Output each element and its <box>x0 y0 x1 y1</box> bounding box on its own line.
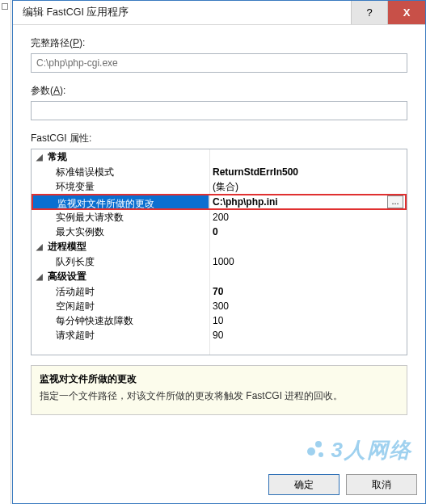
group-title: 常规 <box>48 150 67 164</box>
grid-row[interactable]: 标准错误模式 ReturnStdErrIn500 <box>32 165 407 179</box>
group-header-process[interactable]: ◢ 进程模型 <box>32 239 407 254</box>
prop-value[interactable]: 10 <box>209 313 407 328</box>
prop-value[interactable]: 0 <box>209 225 407 239</box>
collapse-icon[interactable]: ◢ <box>35 242 44 251</box>
column-divider <box>209 149 210 355</box>
prop-value[interactable]: 70 <box>209 284 407 299</box>
watermark-text: 3人网络 <box>331 436 412 464</box>
grid-row[interactable]: 每分钟快速故障数 10 <box>32 313 407 328</box>
parent-window-edge <box>0 0 11 504</box>
prop-value[interactable]: 1000 <box>209 254 407 269</box>
dialog-window: 编辑 FastCGI 应用程序 ? X 完整路径(P): 参数(A): Fast… <box>12 0 426 504</box>
collapse-icon[interactable]: ◢ <box>35 153 44 162</box>
grid-row-selected[interactable]: 监视对文件所做的更改 C:\php\php.ini ... <box>32 194 407 210</box>
properties-label: FastCGI 属性: <box>31 132 407 145</box>
prop-value-selected[interactable]: C:\php\php.ini <box>209 194 387 210</box>
label-text: ): <box>60 85 65 96</box>
grid-row[interactable]: 实例最大请求数 200 <box>32 210 407 225</box>
grid-row[interactable]: 最大实例数 0 <box>32 225 407 239</box>
dialog-buttons: 确定 取消 <box>268 474 417 495</box>
properties-grid[interactable]: ◢ 常规 标准错误模式 ReturnStdErrIn500 环境变量 (集合) … <box>31 149 407 355</box>
label-accel: A <box>53 85 60 96</box>
dialog-content: 完整路径(P): 参数(A): FastCGI 属性: ◢ 常规 标准错误模式 … <box>13 25 425 423</box>
cancel-button[interactable]: 取消 <box>346 474 417 495</box>
full-path-label: 完整路径(P): <box>31 36 407 50</box>
prop-value[interactable]: 90 <box>209 328 407 342</box>
titlebar: 编辑 FastCGI 应用程序 ? X <box>13 1 425 25</box>
prop-name: 最大实例数 <box>56 225 209 239</box>
description-text: 指定一个文件路径，对该文件所做的更改将触发 FastCGI 进程的回收。 <box>40 389 399 403</box>
group-header-advanced[interactable]: ◢ 高级设置 <box>32 269 407 284</box>
label-text: 参数( <box>31 85 53 96</box>
grid-body: ◢ 常规 标准错误模式 ReturnStdErrIn500 环境变量 (集合) … <box>32 149 407 342</box>
ok-button[interactable]: 确定 <box>268 474 340 495</box>
watermark: 3人网络 <box>304 436 412 464</box>
window-controls: ? X <box>351 1 425 24</box>
group-header-general[interactable]: ◢ 常规 <box>32 149 407 165</box>
grid-row[interactable]: 请求超时 90 <box>32 328 407 342</box>
prop-value[interactable]: ReturnStdErrIn500 <box>209 165 407 179</box>
grid-row[interactable]: 活动超时 70 <box>32 284 407 299</box>
grid-row[interactable]: 空闲超时 300 <box>32 299 407 313</box>
prop-name-selected: 监视对文件所做的更改 <box>33 195 209 208</box>
prop-name: 队列长度 <box>56 254 209 269</box>
prop-name: 环境变量 <box>56 179 209 194</box>
prop-name: 空闲超时 <box>56 299 209 313</box>
watermark-icon <box>304 439 327 462</box>
arguments-label: 参数(A): <box>31 84 407 98</box>
prop-value[interactable]: 300 <box>209 299 407 313</box>
label-text: ): <box>79 37 85 48</box>
label-text: 完整路径( <box>31 37 73 48</box>
prop-value[interactable]: (集合) <box>209 179 407 194</box>
close-button[interactable]: X <box>388 1 425 24</box>
grid-row[interactable]: 环境变量 (集合) <box>32 179 407 194</box>
grid-row[interactable]: 队列长度 1000 <box>32 254 407 269</box>
browse-button[interactable]: ... <box>387 195 403 208</box>
arguments-input[interactable] <box>31 101 407 120</box>
group-title: 高级设置 <box>48 270 86 284</box>
prop-name: 活动超时 <box>56 284 209 299</box>
prop-name: 标准错误模式 <box>56 165 209 179</box>
description-panel: 监视对文件所做的更改 指定一个文件路径，对该文件所做的更改将触发 FastCGI… <box>31 365 407 415</box>
prop-name: 实例最大请求数 <box>56 210 209 225</box>
description-title: 监视对文件所做的更改 <box>40 372 399 386</box>
prop-name: 请求超时 <box>56 328 209 342</box>
help-button[interactable]: ? <box>351 1 388 24</box>
window-title: 编辑 FastCGI 应用程序 <box>13 1 138 24</box>
group-title: 进程模型 <box>48 240 86 254</box>
label-accel: P <box>73 37 79 48</box>
collapse-icon[interactable]: ◢ <box>35 272 44 281</box>
parent-menu-glyph <box>2 3 8 10</box>
full-path-input[interactable] <box>31 53 407 73</box>
prop-name: 每分钟快速故障数 <box>56 313 209 328</box>
prop-value[interactable]: 200 <box>209 210 407 225</box>
